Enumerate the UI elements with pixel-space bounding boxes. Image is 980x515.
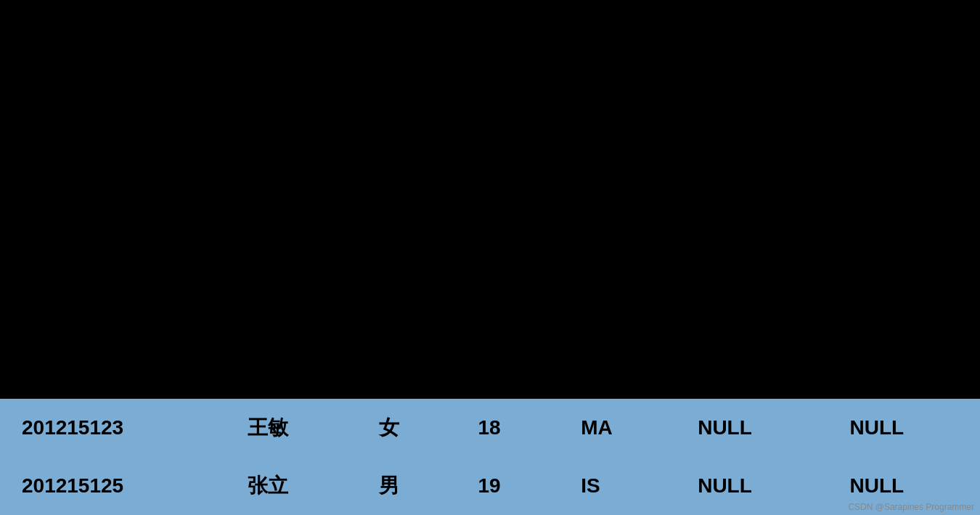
table-section: 201215123王敏女18MANULLNULL201215125张立男19IS… (0, 399, 980, 515)
cell-1-1: 张立 (226, 457, 356, 515)
cell-0-4: MA (559, 399, 676, 457)
cell-1-4: IS (559, 457, 676, 515)
cell-0-2: 女 (357, 399, 457, 457)
cell-0-1: 王敏 (226, 399, 356, 457)
watermark: CSDN @Sarapines Programmer (848, 502, 974, 512)
table-row: 201215125张立男19ISNULLNULL (0, 457, 980, 515)
cell-0-5: NULL (676, 399, 828, 457)
table-row: 201215123王敏女18MANULLNULL (0, 399, 980, 457)
data-table: 201215123王敏女18MANULLNULL201215125张立男19IS… (0, 399, 980, 515)
cell-1-0: 201215125 (0, 457, 226, 515)
cell-1-5: NULL (676, 457, 828, 515)
cell-1-2: 男 (357, 457, 457, 515)
cell-0-3: 18 (456, 399, 559, 457)
cell-1-3: 19 (456, 457, 559, 515)
main-container: 201215123王敏女18MANULLNULL201215125张立男19IS… (0, 0, 980, 515)
cell-0-6: NULL (828, 399, 980, 457)
cell-0-0: 201215123 (0, 399, 226, 457)
